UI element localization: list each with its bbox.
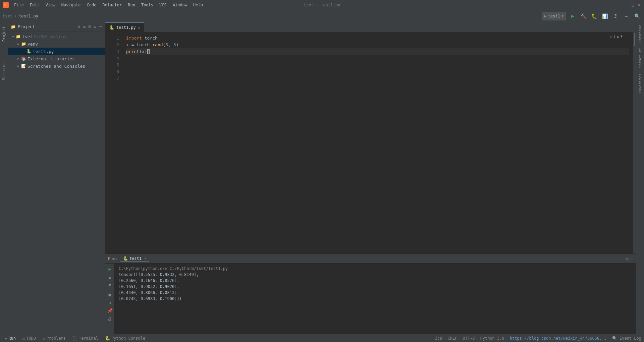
- run-output-line-1: tensor([[0.5525, 0.9832, 0.8149],: [119, 272, 632, 278]
- menu-file[interactable]: File: [11, 2, 26, 8]
- run-tab-close[interactable]: ✕: [144, 256, 147, 261]
- run-stop-button[interactable]: ■: [107, 291, 113, 298]
- run-button[interactable]: ▶: [568, 12, 577, 20]
- run-tab-name: test1: [129, 256, 142, 261]
- panel-header-icons: ⊕ ≡ ⊟ ⚙ ─: [77, 23, 102, 30]
- status-bar: ▶ Run ☑ TODO ⚠ Problems ⬛ Terminal 🐍 Pyt…: [0, 334, 644, 342]
- run-settings-icon[interactable]: ⚙: [626, 256, 628, 262]
- tree-item-scratches[interactable]: ▶ 📝 Scratches and Consoles: [8, 62, 105, 70]
- run-tab-icon: 🐍: [123, 256, 128, 261]
- scratches-label: Scratches and Consoles: [28, 64, 85, 69]
- code-line-3: print(x)|: [126, 48, 629, 55]
- warning-icon: ⚠: [610, 34, 612, 39]
- tab-python-icon: 🐍: [109, 25, 114, 30]
- problems-label: Problems: [46, 336, 66, 341]
- python-console-tab[interactable]: 🐍 Python Console: [103, 336, 147, 341]
- line-num-4: 4: [105, 55, 119, 62]
- menu-vcs[interactable]: VCS: [157, 2, 169, 8]
- run-output-line-4: [0.4440, 0.8066, 0.0813],: [119, 290, 632, 296]
- title-bar: P File Edit View Navigate Code Refactor …: [0, 0, 644, 10]
- build-button[interactable]: 🔨: [579, 12, 588, 20]
- run-panel-header: Run: 🐍 test1 ✕ ⚙ ─: [105, 254, 636, 264]
- run-scroll-up-button[interactable]: ▲: [107, 274, 113, 280]
- profile-button[interactable]: ⏱: [611, 12, 620, 20]
- editor-main: 1 2 3 4 5 6 7 import torch x = torch.ran…: [105, 32, 636, 253]
- line-num-1: 1: [105, 35, 119, 42]
- todo-tab[interactable]: ☑ TODO: [20, 336, 38, 341]
- right-tool-strip: Database Structure Favorites: [636, 22, 644, 334]
- venv-arrow-icon: ▶: [16, 42, 21, 46]
- project-panel-label[interactable]: Project: [0, 23, 7, 44]
- menu-help[interactable]: Help: [191, 2, 206, 8]
- line-num-3: 3: [105, 48, 119, 55]
- more-button[interactable]: ⋯: [622, 12, 631, 20]
- maximize-button[interactable]: □: [631, 3, 635, 7]
- run-rerun-button[interactable]: ↺: [107, 299, 113, 306]
- coverage-button[interactable]: 📊: [600, 12, 609, 20]
- run-minimize-icon[interactable]: ─: [631, 256, 633, 262]
- run-tab-test1[interactable]: 🐍 test1 ✕: [120, 255, 149, 262]
- run-output-line-5: [0.0745, 0.6983, 0.1900]]): [119, 296, 632, 302]
- editor-tab-test1py[interactable]: 🐍 test1.py ✕: [105, 22, 144, 32]
- close-button[interactable]: ✕: [637, 3, 641, 7]
- window-title: tset - test1.py: [304, 3, 340, 7]
- tree-root[interactable]: ▼ 📁 tset C:\PyCharm\tset: [8, 33, 105, 40]
- tab-close-button[interactable]: ✕: [138, 25, 140, 30]
- settings-icon[interactable]: ⚙: [93, 23, 97, 30]
- root-arrow-icon: ▼: [11, 34, 15, 39]
- scrollbar-thumb: [634, 33, 635, 46]
- editor-container: 🐍 test1.py ✕ 1 2 3 4 5 6 7 import torch: [105, 22, 636, 334]
- code-editor[interactable]: import torch x = torch.rand(5, 3) print(…: [122, 32, 633, 253]
- menu-view[interactable]: View: [43, 2, 58, 8]
- debug-button[interactable]: 🐛: [590, 12, 598, 20]
- search-button[interactable]: 🔍: [633, 12, 641, 20]
- menu-window[interactable]: Window: [170, 2, 190, 8]
- tab-label: test1.py: [116, 25, 136, 30]
- database-panel-label[interactable]: Database: [637, 22, 644, 45]
- menu-navigate[interactable]: Navigate: [59, 2, 84, 8]
- run-pin-button[interactable]: 📌: [107, 307, 113, 314]
- tree-item-test1py[interactable]: ▶ 🐍 test1.py: [8, 48, 105, 55]
- menu-refactor[interactable]: Refactor: [100, 2, 124, 8]
- tree-item-ext-libs[interactable]: ▶ 📚 External Libraries: [8, 55, 105, 62]
- annotation-count: 1: [613, 34, 615, 39]
- scratches-icon: 📝: [21, 63, 26, 69]
- menu-code[interactable]: Code: [84, 2, 99, 8]
- expand-icon[interactable]: ≡: [83, 23, 87, 30]
- favorites-panel-label[interactable]: Favorites: [637, 71, 644, 96]
- problems-tab[interactable]: ⚠ Problems: [41, 336, 68, 341]
- menu-tools[interactable]: Tools: [139, 2, 156, 8]
- locate-icon[interactable]: ⊕: [77, 23, 81, 30]
- run-scroll-down-button[interactable]: ▼: [107, 282, 113, 288]
- python-console-icon: 🐍: [105, 336, 110, 341]
- run-bottom-tab[interactable]: ▶ Run: [3, 336, 18, 341]
- todo-icon: ☑: [22, 336, 25, 341]
- root-path: C:\PyCharm\tset: [34, 35, 67, 39]
- menu-run[interactable]: Run: [125, 2, 138, 8]
- panel-title: Project: [18, 24, 75, 29]
- menu-edit[interactable]: Edit: [27, 2, 42, 8]
- collapse-icon[interactable]: ⊟: [88, 23, 92, 30]
- tree-item-venv[interactable]: ▶ 📁 venv: [8, 40, 105, 48]
- close-panel-icon[interactable]: ─: [98, 23, 102, 30]
- structure-panel-label[interactable]: Structure: [637, 45, 644, 71]
- run-config-dropdown[interactable]: ▶ test1 ▼: [542, 12, 566, 20]
- breadcrumb-sep: ›: [14, 14, 17, 18]
- editor-scrollbar[interactable]: [633, 32, 636, 253]
- event-log-link[interactable]: 🔍 Event Log: [612, 336, 641, 341]
- terminal-tab[interactable]: ⬛ Terminal: [70, 336, 100, 341]
- venv-label: venv: [28, 42, 38, 47]
- line-num-6: 6: [105, 68, 119, 75]
- status-bar-right: 3:9 CRLF UTF-8 Python 3.9 https://blog.c…: [435, 336, 641, 341]
- annotation-up-icon[interactable]: ▲: [617, 34, 619, 39]
- root-label: tset: [22, 34, 33, 39]
- url-link[interactable]: https://blog.csdn.net/weixin_44786068...: [510, 336, 607, 341]
- search-small-icon: 🔍: [612, 336, 617, 341]
- annotation-down-icon[interactable]: ▼: [620, 34, 623, 39]
- venv-folder-icon: 📁: [21, 41, 26, 47]
- run-print-button[interactable]: 🖨: [107, 315, 113, 322]
- run-output-line-2: [0.2560, 0.1646, 0.8576],: [119, 278, 632, 284]
- run-play-button[interactable]: ▶: [107, 266, 113, 272]
- structure-label[interactable]: Structure: [0, 58, 7, 83]
- minimize-button[interactable]: ─: [625, 3, 629, 7]
